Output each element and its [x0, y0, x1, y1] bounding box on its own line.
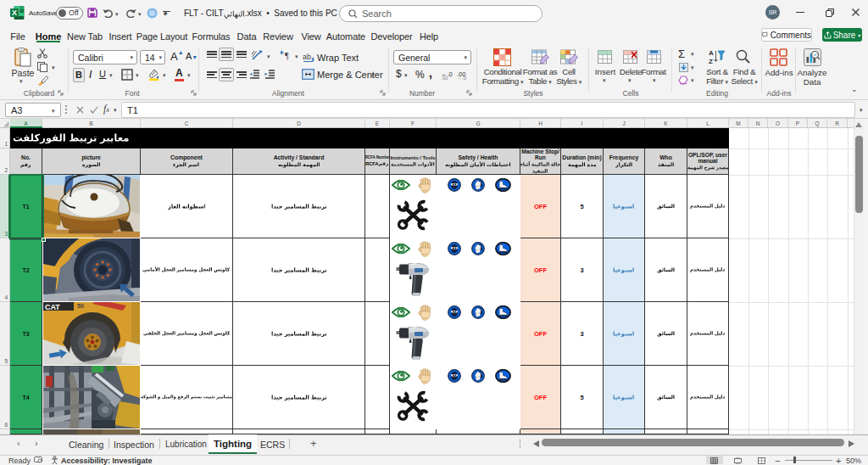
svg-text:CAT: CAT: [45, 303, 60, 311]
svg-text:Z: Z: [709, 58, 713, 64]
svg-text:ab: ab: [303, 53, 311, 61]
svg-text:→.0: →.0: [457, 76, 467, 80]
svg-text:50: 50: [77, 303, 84, 309]
svg-text:.00: .00: [441, 76, 448, 80]
svg-text:X: X: [12, 8, 17, 17]
svg-text:A: A: [709, 49, 714, 57]
svg-text:¶: ¶: [285, 51, 289, 60]
